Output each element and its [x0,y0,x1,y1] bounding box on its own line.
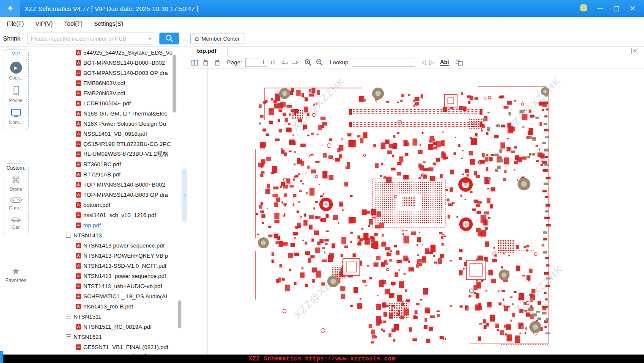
tree-item[interactable]: ARL-UM02WBS-8723BU-V1.2规格 [32,149,185,159]
sidebar-item-favorites[interactable]: ★ Favorites [0,267,32,283]
sidebar-item-car[interactable]: Car [3,215,28,230]
gamepad-icon [10,197,22,204]
document-tab-bar: top.pdf ✕ [185,47,644,56]
tree-item[interactable]: Abottom.pdf [32,200,185,210]
tab-top-pdf[interactable]: top.pdf [190,47,228,56]
minimize-button[interactable]: — [597,6,603,12]
pdf-icon: A [76,324,81,330]
find-next-icon[interactable]: ▷ [429,59,434,66]
sidebar-item-computer[interactable]: Com... [3,108,28,125]
tree-item[interactable]: AN16S-GT,-GM,-LP Thermal&Elec [32,108,185,118]
previous-page-icon[interactable]: ⇦ [282,58,288,66]
search-icon [165,34,174,43]
menu-settings[interactable]: Settings(S) [94,20,123,27]
two-page-view-icon[interactable] [190,59,198,66]
pdf-icon: A [76,101,81,106]
pdf-icon: A [76,192,81,198]
window-layout-icon[interactable] [455,58,463,66]
pdf-icon: A [76,304,81,309]
sidebar-item-course[interactable]: ▶ Cour... [3,62,28,80]
rotate-right-icon[interactable] [213,58,221,66]
tree-item[interactable]: AN16X Power Solution Design Gu [32,118,185,129]
text-select-abi-icon[interactable]: Abi [440,59,449,66]
tree-scrollbar-thumb-lower[interactable] [178,300,181,328]
collapse-minus-icon[interactable]: − [66,334,71,339]
svg-text:XZZ@XZZHK: XZZ@XZZHK [505,75,563,133]
license-clipboard-icon[interactable] [580,4,587,13]
pdf-icon: A [76,141,81,147]
tree-item-label: 544925_544925_Skylake_EDS_Vo [83,50,173,56]
pdf-viewer[interactable]: XZZ@XZZHKXZZ@XZZHKXZZ@XZZHKXZZ@XZZHK [185,69,644,355]
window-controls: — □ ✕ [580,4,644,13]
pdf-icon: A [76,344,81,350]
close-document-icon[interactable]: ✕ [631,48,638,54]
pdf-toolbar: Page: /1 ⇦ ⇨ Lookup ◁ ▷ Abi [185,56,644,69]
tree-item[interactable]: ANTSN1511_RC_0819A.pdf [32,322,185,332]
tree-item[interactable]: ASCHEMATIC1 _ 18_I2S Audio(Al [32,291,185,301]
find-previous-icon[interactable]: ◁ [421,59,426,66]
shrink-button[interactable]: Shrink [3,30,20,47]
sidebar-item-drone[interactable]: ⌘ Drone [3,176,28,192]
rotate-left-icon[interactable] [202,58,210,66]
tree-item-label: TOP-MPANSSL140-B003 OP dra [83,192,168,198]
tree-item[interactable]: ATOP-MPANSSL140-B000~B002 [32,179,185,190]
tree-item[interactable]: ANTSN1413-POWER+QKEY VB p [32,250,185,261]
tree-item-label: NTSN1521 [74,334,102,340]
collapse-minus-icon[interactable]: − [66,233,71,238]
collapse-minus-icon[interactable]: − [66,314,71,319]
sidebar-item-label: Favorites [5,278,26,283]
search-input[interactable] [27,36,149,42]
pdf-icon: A [76,111,81,116]
pdf-icon: A [76,121,81,126]
tree-item[interactable]: ART7291AB.pdf [32,169,185,179]
tree-item[interactable]: Antsn1413_mb-B.pdf [32,301,185,311]
dropdown-caret-icon[interactable]: ▾ [149,36,154,41]
tree-item[interactable]: ART3601BC.pdf [32,159,185,169]
menu-file[interactable]: File(F) [7,20,24,27]
menu-tool[interactable]: Tool(T) [64,20,83,27]
tree-item[interactable]: ANTST1413_usb+AUDIO-vb.pdf [32,281,185,291]
next-page-icon[interactable]: ⇨ [291,58,298,66]
tree-item[interactable]: ALCDR100504~.pdf [32,98,185,108]
lookup-input[interactable] [352,58,415,67]
tree-item[interactable]: ABOT-MPANSSL140-B000~B002 [32,58,185,68]
tree-item[interactable]: Anssl1401_sch_v10_1216.pdf [32,210,185,220]
tree-item-label: NTSN1413 [74,232,102,239]
zoom-out-icon[interactable] [315,58,323,66]
member-center-button[interactable]: ⌂ Member Center [190,33,244,44]
tree-item[interactable]: AGE5SN71_VB1_FINAL(0821).pdf [32,342,185,352]
tree-item[interactable]: ATOP-MPANSSL140-B003 OP dra [32,190,185,200]
tree-item[interactable]: ANTSN1413_power sequence.pdf [32,271,185,281]
tree-item[interactable]: AQS154R198 RTL8723BU-CG 2PC [32,139,185,149]
zoom-in-icon[interactable] [304,58,312,66]
sidebar-item-label: Gam... [9,205,23,210]
pdf-icon: A [76,273,81,279]
pdf-icon: A [76,294,81,299]
tree-item[interactable]: AEMB20N03V.pdf [32,88,185,98]
tree-item[interactable]: ABOT-MPANSSL140-B003 OP dra [32,68,185,78]
close-button[interactable]: ✕ [630,5,636,12]
file-tree[interactable]: A544925_544925_Skylake_EDS_VoABOT-MPANSS… [32,47,185,355]
maximize-button[interactable]: □ [614,6,619,12]
sidebar-item-game[interactable]: Gam... [3,197,28,210]
tree-item[interactable]: ANTSN1413 power sequence.pdf [32,240,185,250]
tree-item[interactable]: A544925_544925_Skylake_EDS_Vo [32,47,185,58]
tree-folder[interactable]: −NTSN1511 [32,311,185,322]
tree-item[interactable]: AEMB06N03V.pdf [32,78,185,88]
tree-folder[interactable]: −NTSN1413 [32,230,185,240]
tree-scrollbar-thumb[interactable] [173,55,176,113]
tree-item-label: N16X Power Solution Design Gu [83,121,166,127]
menu-vip[interactable]: VIP(V) [35,20,52,27]
tree-item[interactable]: ANTSN1413-SSD-V1.0_NGFF.pdf [32,261,185,271]
sidebar-item-phone[interactable]: Phone [3,85,28,103]
tree-item[interactable]: ANSSL1401_VB_0918.pdf [32,129,185,139]
page-number-input[interactable] [245,58,267,67]
sidebar-item-label: Cour... [9,75,22,80]
tree-item[interactable]: Atop.pdf [32,220,185,230]
sparkle-icon: ✦ [6,3,14,14]
search-button[interactable] [159,33,179,44]
page-label: Page: [227,59,242,66]
tree-folder[interactable]: −NTSN1521 [32,332,185,342]
panel-collapse-handle[interactable]: ‹ [182,168,187,222]
pdf-icon: A [76,80,81,86]
